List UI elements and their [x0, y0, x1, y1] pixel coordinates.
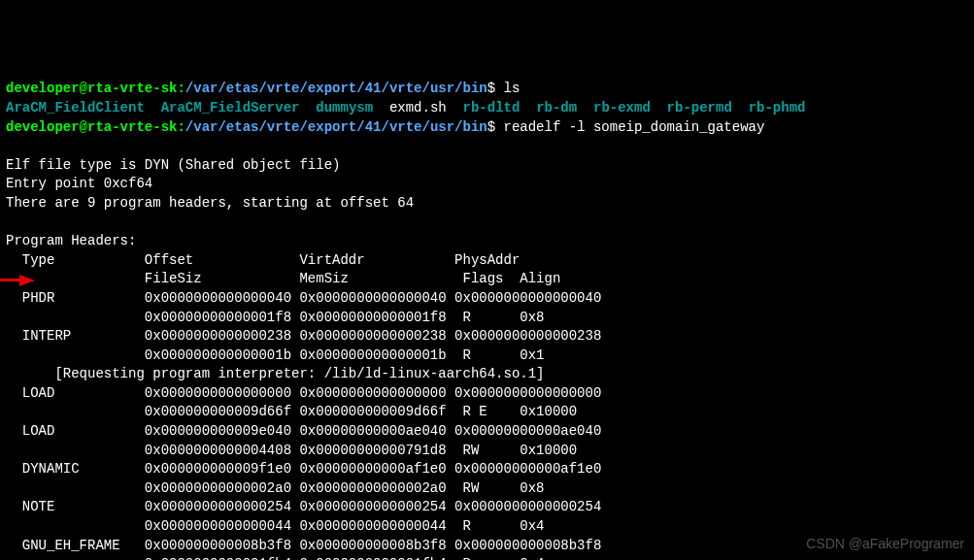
prompt-dollar: $ — [487, 119, 504, 135]
program-headers-body: PHDR 0x0000000000000040 0x00000000000000… — [6, 290, 601, 560]
prompt-colon: : — [177, 81, 185, 96]
ls-item: rb-exmd — [593, 100, 651, 115]
header-row-2: FileSiz MemSiz Flags Align — [6, 271, 560, 286]
ls-item: AraCM_FieldServer — [161, 100, 300, 115]
command-ls: ls — [504, 81, 521, 96]
command-readelf: readelf -l someip_domain_gateway — [504, 119, 765, 135]
prompt-user: developer@rta-vrte-sk — [6, 81, 177, 96]
prompt-path: /var/etas/vrte/export/41/vrte/usr/bin — [185, 119, 487, 135]
ls-item: rb-permd — [667, 100, 732, 115]
ls-item: rb-dltd — [463, 100, 521, 115]
watermark: CSDN @aFakeProgramer — [806, 535, 964, 554]
ls-item: AraCM_FieldClient — [6, 100, 145, 115]
header-row-1: Type Offset VirtAddr PhysAddr — [6, 252, 520, 268]
ls-item: exmd.sh — [389, 100, 447, 115]
prompt-colon: : — [177, 119, 185, 135]
prompt-path: /var/etas/vrte/export/41/vrte/usr/bin — [185, 81, 487, 96]
ls-item: dummysm — [316, 100, 373, 115]
elf-count: There are 9 program headers, starting at… — [6, 195, 414, 211]
prompt-dollar: $ — [487, 81, 504, 96]
ls-output: AraCM_FieldClient AraCM_FieldServer dumm… — [6, 100, 805, 115]
terminal[interactable]: developer@rta-vrte-sk:/var/etas/vrte/exp… — [6, 80, 968, 560]
program-headers-title: Program Headers: — [6, 233, 136, 248]
ls-item: rb-phmd — [749, 100, 806, 115]
prompt-user: developer@rta-vrte-sk — [6, 119, 177, 135]
highlight-arrow-icon — [19, 275, 35, 286]
elf-entry: Entry point 0xcf64 — [6, 176, 152, 191]
elf-type: Elf file type is DYN (Shared object file… — [6, 157, 340, 173]
ls-item: rb-dm — [536, 100, 577, 115]
